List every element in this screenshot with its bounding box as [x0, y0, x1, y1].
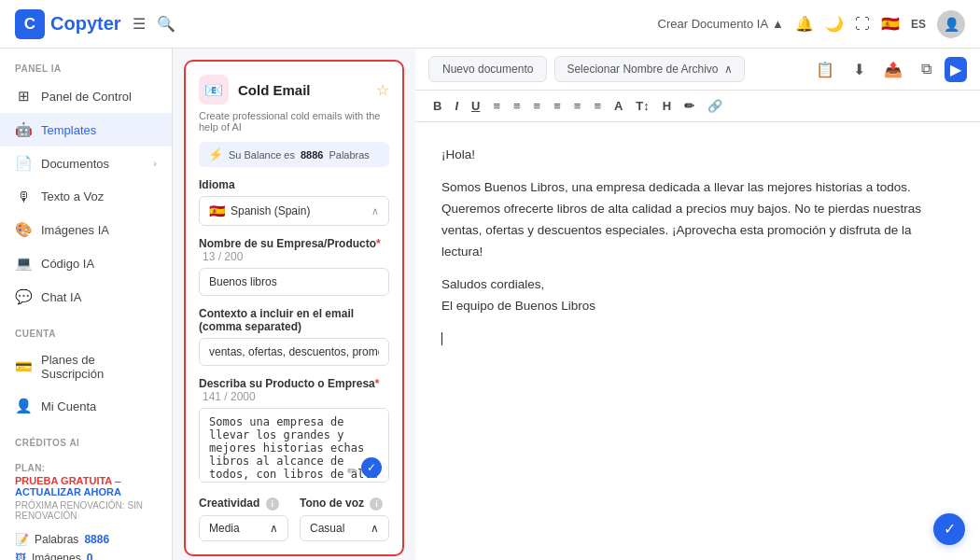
bold-button[interactable]: B — [428, 96, 446, 116]
cuenta-label: CUENTA — [0, 329, 172, 344]
sidebar-item-imagenes-ia[interactable]: 🎨 Imágenes IA — [0, 213, 172, 246]
user-icon: 👤 — [15, 398, 32, 414]
empresa-char-count: 13 / 200 — [203, 250, 243, 263]
download-button[interactable]: ⬇ — [847, 57, 871, 82]
sidebar-item-codigo-ia[interactable]: 💻 Código IA — [0, 246, 172, 280]
italic-button[interactable]: I — [450, 96, 463, 116]
descripcion-group: Describa su Producto o Empresa* 141 / 20… — [199, 377, 389, 485]
expand-icon: ⛶ — [855, 16, 870, 33]
creatividad-label: Creatividad i — [199, 497, 288, 511]
tono-select[interactable]: Casual ∧ — [300, 515, 389, 541]
bell-icon: 🔔 — [795, 15, 814, 33]
ai-icon: 🤖 — [15, 121, 32, 138]
chevron-up-icon: ∧ — [371, 522, 379, 535]
email-icon: 📧 — [204, 81, 223, 99]
star-icon[interactable]: ☆ — [376, 81, 389, 99]
sidebar-item-panel-control[interactable]: ⊞ Panel de Control — [0, 79, 172, 113]
underline-button[interactable]: U — [467, 96, 484, 116]
language-select[interactable]: 🇪🇸 Spanish (Spain) ∧ — [199, 196, 389, 226]
sidebar-item-planes[interactable]: 💳 Planes de Suscripción — [0, 344, 172, 389]
crear-documento-button[interactable]: Crear Documento IA ▲ — [658, 17, 784, 31]
plan-update-link[interactable]: ACTUALIZAR AHORA — [15, 486, 121, 497]
idioma-label: Idioma — [199, 178, 389, 191]
check-button[interactable]: ✓ — [361, 457, 382, 478]
new-document-button[interactable]: Nuevo documento — [428, 56, 547, 82]
sidebar-item-documentos[interactable]: 📄 Documentos › — [0, 147, 172, 180]
menu-button[interactable]: ☰ — [133, 15, 146, 33]
fab-check-button[interactable]: ✓ — [933, 513, 965, 545]
edit-icon[interactable]: ✏ — [347, 464, 357, 478]
balance-unit: Palabras — [329, 149, 369, 161]
align-justify-button[interactable]: ≡ — [549, 96, 566, 116]
tool-title: Cold Email — [238, 82, 367, 98]
tool-icon: 📧 — [199, 75, 229, 105]
empresa-input[interactable] — [199, 268, 389, 296]
words-label: Palabras — [35, 533, 78, 546]
plan-free-link[interactable]: PRUEBA GRATUITA — [15, 475, 112, 486]
notifications-button[interactable]: 🔔 — [795, 15, 814, 33]
language-flag[interactable]: 🇪🇸 — [881, 15, 900, 33]
download-icon: ⬇ — [853, 62, 865, 77]
share-icon: 📤 — [884, 62, 903, 77]
lightning-icon: ⚡ — [208, 147, 223, 161]
search-button[interactable]: 🔍 — [157, 15, 175, 33]
list-ordered-button[interactable]: ≡ — [569, 96, 586, 116]
align-right-button[interactable]: ≡ — [529, 96, 546, 116]
tool-card: 📧 Cold Email ☆ Create professional cold … — [184, 60, 404, 556]
lang-label: ES — [911, 18, 926, 31]
chevron-up-icon: ∧ — [371, 205, 379, 217]
sidebar-item-mi-cuenta[interactable]: 👤 Mi Cuenta — [0, 389, 172, 423]
copy-button[interactable]: 📋 — [810, 57, 840, 82]
sidebar-item-label: Imágenes IA — [41, 223, 109, 237]
tono-info-icon[interactable]: i — [370, 497, 383, 511]
link-button[interactable]: 🔗 — [703, 96, 727, 116]
tool-description: Create professional cold emails with the… — [199, 110, 389, 133]
plan-info: PLAN: PRUEBA GRATUITA – ACTUALIZAR AHORA… — [0, 454, 172, 530]
code-icon: 💻 — [15, 255, 32, 272]
sidebar-item-label: Mi Cuenta — [41, 399, 96, 413]
images-value: 0 — [87, 552, 93, 560]
sidebar-item-texto-voz[interactable]: 🎙 Texto a Voz — [0, 180, 172, 213]
duplicate-icon: ⧉ — [921, 61, 931, 77]
descripcion-textarea[interactable]: Somos una empresa de llevar los grandes … — [199, 408, 389, 483]
grid-icon: ⊞ — [15, 88, 32, 105]
creatividad-value: Media — [209, 522, 240, 535]
heading-button[interactable]: H — [658, 96, 676, 116]
list-unordered-button[interactable]: ≡ — [589, 96, 606, 116]
app-logo[interactable]: C Copyter — [15, 9, 121, 39]
words-value: 8886 — [84, 533, 109, 546]
contexto-input[interactable] — [199, 338, 389, 366]
empresa-group: Nombre de su Empresa/Producto* 13 / 200 — [199, 237, 389, 296]
tono-field: Tono de voz i Casual ∧ — [300, 497, 389, 541]
share-button[interactable]: 📤 — [878, 57, 908, 82]
editor-line-3: Saludos cordiales,El equipo de Buenos Li… — [441, 274, 954, 317]
user-avatar[interactable]: 👤 — [937, 10, 965, 38]
font-size-button[interactable]: T↕ — [631, 96, 653, 116]
fullscreen-button[interactable]: ⛶ — [855, 16, 870, 33]
sidebar-item-label: Planes de Suscripción — [41, 353, 157, 381]
balance-bar: ⚡ Su Balance es 8886 Palabras — [199, 142, 389, 167]
darkmode-button[interactable]: 🌙 — [825, 15, 844, 33]
main-layout: PANEL IA ⊞ Panel de Control 🤖 Templates … — [0, 49, 980, 560]
draw-button[interactable]: ✏ — [679, 96, 699, 116]
duplicate-button[interactable]: ⧉ — [916, 57, 937, 81]
align-left-button[interactable]: ≡ — [488, 96, 505, 116]
sidebar-item-chat-ia[interactable]: 💬 Chat IA — [0, 280, 172, 314]
sidebar: PANEL IA ⊞ Panel de Control 🤖 Templates … — [0, 49, 173, 560]
chevron-up-icon: ∧ — [724, 63, 733, 76]
select-file-button[interactable]: Selecionar Nombre de Archivo ∧ — [554, 56, 744, 82]
editor-content[interactable]: ¡Hola! Somos Buenos Libros, una empresa … — [415, 122, 980, 560]
creatividad-select[interactable]: Media ∧ — [199, 515, 288, 541]
creatividad-info-icon[interactable]: i — [266, 497, 279, 511]
words-credit-row: 📝 Palabras 8886 — [0, 530, 172, 549]
font-color-button[interactable]: A — [609, 96, 627, 116]
panel-ia-label: PANEL IA — [0, 63, 172, 79]
align-center-button[interactable]: ≡ — [509, 96, 525, 116]
chat-icon: 💬 — [15, 288, 32, 305]
descripcion-label: Describa su Producto o Empresa* 141 / 20… — [199, 377, 389, 403]
subscription-icon: 💳 — [15, 358, 32, 375]
sidebar-item-templates[interactable]: 🤖 Templates — [0, 113, 172, 147]
generate-button[interactable]: ▶ — [945, 57, 967, 82]
avatar-icon: 👤 — [944, 17, 959, 32]
contexto-group: Contexto a incluir en el email (comma se… — [199, 307, 389, 366]
